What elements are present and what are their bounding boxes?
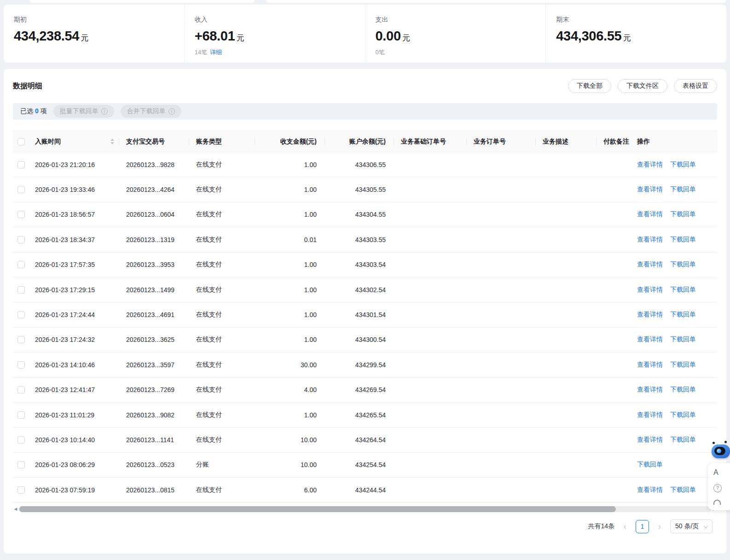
download-receipt-link[interactable]: 下载回单 xyxy=(670,236,696,244)
income-unit: 元 xyxy=(236,34,244,42)
view-details-link[interactable]: 查看详情 xyxy=(637,335,663,344)
page-number-button[interactable]: 1 xyxy=(636,520,649,533)
cell-account-type: 在线支付 xyxy=(189,478,255,502)
cell-payer-remark xyxy=(596,478,630,502)
download-receipt-link[interactable]: 下载回单 xyxy=(670,210,696,219)
help-icon[interactable]: ? xyxy=(713,484,722,492)
cell-order xyxy=(466,227,535,252)
view-details-link[interactable]: 查看详情 xyxy=(637,260,663,269)
row-checkbox[interactable] xyxy=(17,361,25,369)
view-details-link[interactable]: 查看详情 xyxy=(637,210,663,219)
download-receipt-link[interactable]: 下载回单 xyxy=(670,361,696,369)
robot-assistant-icon[interactable] xyxy=(711,441,730,459)
income-detail-link[interactable]: 详细 xyxy=(210,49,222,56)
col-header-entry-time[interactable]: 入账时间 xyxy=(30,131,119,152)
row-checkbox[interactable] xyxy=(17,386,25,393)
horizontal-scrollbar[interactable]: ◀ ▶ xyxy=(13,506,717,512)
table-settings-button[interactable]: 表格设置 xyxy=(674,79,717,93)
download-receipt-link[interactable]: 下载回单 xyxy=(670,436,696,444)
cell-payer-remark xyxy=(596,378,630,402)
view-details-link[interactable]: 查看详情 xyxy=(637,236,663,244)
table-row: 2026-01-23 07:59:1920260123...0815在线支付6.… xyxy=(13,478,717,502)
scrollbar-thumb[interactable] xyxy=(19,506,616,512)
prev-page-icon[interactable]: ‹ xyxy=(623,522,627,531)
cell-amount: 4.00 xyxy=(255,378,324,402)
cell-amount: 1.00 xyxy=(255,277,324,302)
view-details-link[interactable]: 查看详情 xyxy=(637,436,663,444)
download-receipt-link[interactable]: 下载回单 xyxy=(670,335,696,344)
cell-amount: 10.00 xyxy=(255,453,324,477)
row-checkbox[interactable] xyxy=(17,486,25,494)
cell-actions: 查看详情下载回单 xyxy=(630,328,717,352)
cell-order xyxy=(466,403,535,427)
sort-icon[interactable] xyxy=(110,139,114,144)
row-checkbox[interactable] xyxy=(17,211,25,218)
cell-account-type: 在线支付 xyxy=(189,302,255,327)
download-receipt-link[interactable]: 下载回单 xyxy=(670,286,696,294)
batch-download-receipts-button[interactable]: 批量下载回单i xyxy=(53,105,114,118)
download-receipt-link[interactable]: 下载回单 xyxy=(670,185,696,194)
view-details-link[interactable]: 查看详情 xyxy=(637,361,663,369)
view-details-link[interactable]: 查看详情 xyxy=(637,386,663,394)
cell-description xyxy=(535,253,596,277)
download-file-area-button[interactable]: 下载文件区 xyxy=(618,79,667,93)
row-checkbox[interactable] xyxy=(17,261,25,268)
cell-payer-remark xyxy=(596,427,630,452)
headset-icon[interactable] xyxy=(713,500,721,505)
row-checkbox[interactable] xyxy=(17,436,25,444)
cell-amount: 0.01 xyxy=(255,227,324,252)
select-all-checkbox[interactable] xyxy=(17,138,25,145)
cell-balance: 434306.55 xyxy=(324,152,394,177)
view-details-link[interactable]: 查看详情 xyxy=(637,161,663,169)
view-details-link[interactable]: 查看详情 xyxy=(637,311,663,319)
row-checkbox[interactable] xyxy=(17,411,25,419)
cell-balance: 434305.55 xyxy=(324,177,394,202)
download-receipt-link[interactable]: 下载回单 xyxy=(670,161,696,169)
assistant-item-a[interactable]: A xyxy=(713,468,718,477)
expense-count: 0笔 xyxy=(376,49,385,56)
cell-transaction-id: 20260123...3597 xyxy=(119,352,189,377)
table-row: 2026-01-23 18:34:3720260123...1319在线支付0.… xyxy=(13,227,717,252)
page-title: 数据明细 xyxy=(13,81,42,91)
cell-amount: 1.00 xyxy=(255,403,324,427)
row-checkbox[interactable] xyxy=(17,186,25,193)
download-receipt-link[interactable]: 下载回单 xyxy=(637,461,663,469)
cell-order xyxy=(466,352,535,377)
page-size-select[interactable]: 50 条/页 xyxy=(670,520,713,533)
row-checkbox[interactable] xyxy=(17,336,25,343)
download-receipt-link[interactable]: 下载回单 xyxy=(670,311,696,319)
row-checkbox[interactable] xyxy=(17,236,25,243)
download-receipt-link[interactable]: 下载回单 xyxy=(670,386,696,394)
cell-order xyxy=(466,277,535,302)
view-details-link[interactable]: 查看详情 xyxy=(637,286,663,294)
cell-payer-remark xyxy=(596,453,630,477)
summary-expense: 支出 0.00元 0笔 xyxy=(365,5,546,63)
row-checkbox[interactable] xyxy=(17,311,25,318)
view-details-link[interactable]: 查看详情 xyxy=(637,411,663,419)
expense-label: 支出 xyxy=(376,16,546,24)
cell-order xyxy=(466,302,535,327)
cell-description xyxy=(535,177,596,202)
closing-label: 期末 xyxy=(556,16,726,24)
cell-account-type: 在线支付 xyxy=(189,277,255,302)
scrollbar-track[interactable] xyxy=(18,506,712,512)
row-checkbox[interactable] xyxy=(17,461,25,468)
cell-actions: 查看详情下载回单 xyxy=(630,403,717,427)
row-checkbox[interactable] xyxy=(17,286,25,294)
row-checkbox[interactable] xyxy=(17,161,25,168)
download-receipt-link[interactable]: 下载回单 xyxy=(670,260,696,269)
cell-entry-time: 2026-01-23 17:29:15 xyxy=(30,277,119,302)
opening-unit: 元 xyxy=(81,34,88,42)
cell-transaction-id: 20260123...3953 xyxy=(119,253,189,277)
info-icon: i xyxy=(168,108,175,115)
download-all-button[interactable]: 下载全部 xyxy=(568,79,611,93)
view-details-link[interactable]: 查看详情 xyxy=(637,185,663,194)
view-details-link[interactable]: 查看详情 xyxy=(637,486,663,494)
opening-value: 434,238.54 xyxy=(14,29,79,43)
merge-download-receipts-button[interactable]: 合并下载回单i xyxy=(121,105,181,118)
cell-base-order xyxy=(394,177,466,202)
next-page-icon[interactable]: › xyxy=(657,522,662,531)
download-receipt-link[interactable]: 下载回单 xyxy=(670,411,696,419)
download-receipt-link[interactable]: 下载回单 xyxy=(670,486,696,494)
scroll-left-arrow-icon[interactable]: ◀ xyxy=(13,506,18,512)
